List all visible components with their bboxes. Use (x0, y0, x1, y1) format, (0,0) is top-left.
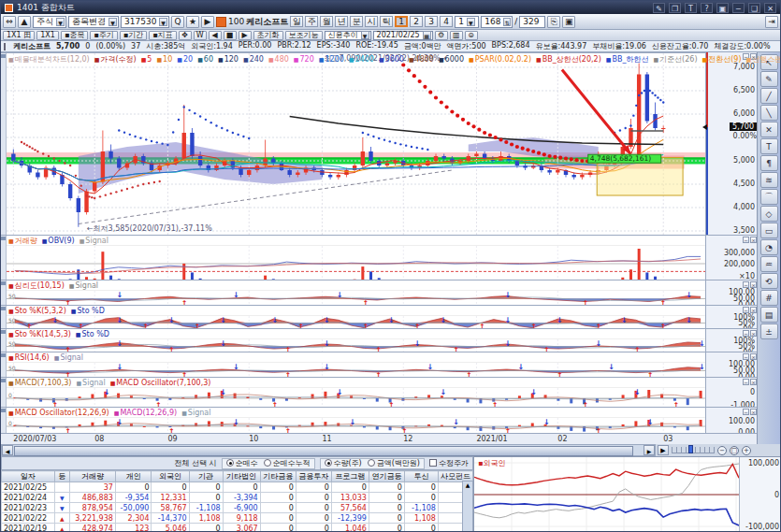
dock-icon[interactable]: ⇔ (3, 16, 16, 28)
chart-tool-8[interactable]: ≋ (760, 172, 778, 188)
radio-netbuy-cum[interactable]: 순매수누적 (264, 458, 311, 468)
layout-1x1-button[interactable]: 1X1 田 (3, 31, 35, 40)
radio-netbuy[interactable]: 순매수 (226, 458, 258, 468)
col-header[interactable]: 기관 (189, 471, 223, 482)
chart-tool-3[interactable]: ╱ (760, 88, 778, 104)
sto14-plot[interactable]: 50↑↑↑↑↑↑↑↓↓↓↓↓↓↓ (7, 338, 705, 352)
period-week-button[interactable]: 주 (305, 16, 318, 27)
panel-window-buttons[interactable]: ─× (743, 409, 757, 415)
indicator-panel-macd12[interactable]: ■MACD Oscillator(12,26,9)■MACD(12,26,9)■… (1, 407, 759, 433)
zoom-out-icon[interactable]: − (717, 446, 727, 455)
col-header[interactable]: 개인 (115, 471, 152, 482)
candlestick-chart[interactable]: 최고7,090(2021/02/22),24.39%→←최저3,585(2020… (7, 53, 705, 236)
scroll-more-icon[interactable]: ▶ (658, 445, 669, 455)
chart-tool-17[interactable]: ± (760, 324, 778, 339)
chart-tool-5[interactable]: ✕ (760, 122, 778, 137)
chart-tool-7[interactable]: ¶ (760, 155, 778, 171)
foreign-investor-panel[interactable]: ▪외국인 100,0000-100,000 (473, 456, 781, 532)
main-chart-panel[interactable]: 최고7,090(2021/02/22),24.39%→←최저3,585(2020… (1, 52, 759, 235)
panel-window-buttons[interactable]: ─× (743, 353, 757, 360)
period-tick-button[interactable]: 틱 (380, 16, 393, 27)
rsi-axis[interactable]: ─×100.0050.000.00 (705, 352, 759, 378)
symbol-code-input[interactable]: 317530▼ (121, 16, 169, 28)
toggle-indicator-button[interactable]: ▪지표 (149, 31, 176, 40)
sto5-axis[interactable]: ─×100%50%0% (705, 306, 759, 329)
scrollbar-thumb[interactable] (14, 446, 633, 456)
panel-icon[interactable]: ▣ (716, 3, 729, 13)
psych-axis[interactable]: ─×100.0050.000.00 (705, 280, 759, 306)
table-row[interactable]: 2021/02/22▲3,221,9382,304-14,3701,1089,1… (2, 513, 473, 524)
psych-plot[interactable]: 50↑↑↑↑↑↓↓↓↓↓ (7, 290, 705, 306)
price-axis[interactable]: ─×7,0006,5006,0005,0004,5004,0003,5005,7… (705, 52, 759, 235)
link-icon[interactable]: ⎘ (547, 16, 560, 28)
pan-icon[interactable]: ✥ (179, 31, 192, 40)
interval-4-button[interactable]: 4 (440, 16, 453, 27)
market-select[interactable]: 주식▼ (33, 16, 66, 28)
macd12-axis[interactable]: ─×100.000.00 (705, 408, 759, 434)
chart-tool-11[interactable]: ▭ (760, 223, 778, 238)
step-forward-button[interactable]: ▶ (239, 31, 252, 40)
zoom-in-icon[interactable]: + (742, 446, 751, 455)
period-day-button[interactable]: 일 (290, 16, 303, 27)
aux-function-button[interactable]: 보조기능 (285, 31, 323, 40)
chart-tool-6[interactable]: T (760, 138, 778, 154)
table-scrollbar[interactable]: ▲ (462, 481, 473, 532)
symbol-change-select[interactable]: 종목변경▼ (68, 16, 119, 28)
reset-button[interactable]: 초기화 (253, 31, 283, 40)
macd7-axis[interactable]: ─×0-1,000 (705, 378, 759, 408)
foreign-line-chart[interactable] (474, 457, 739, 532)
chart-tool-2[interactable]: ✎ (760, 71, 778, 87)
radio-quantity[interactable]: 수량(주) (325, 458, 362, 468)
interval-2-button[interactable]: 2 (410, 16, 423, 27)
date-picker[interactable]: 2021/02/25▦ (373, 31, 433, 40)
col-header[interactable]: 기타법인 (223, 471, 260, 482)
chart-style-icon[interactable]: ▥ (450, 31, 463, 40)
chart-tool-13[interactable]: ♒ (760, 256, 778, 272)
investor-flow-table[interactable]: 일자등거래량개인외국인기관기타법인기타금융금융투자프로그램연기금등투신사모펀드2… (1, 470, 473, 532)
rsi-plot[interactable]: 50↑↑↑↑↑↑↑↓↓↓↓↓↓↓ (7, 362, 705, 378)
chart-tool-16[interactable]: ▤ (760, 307, 778, 323)
volume-axis[interactable]: ─×300,000200,000×10 (705, 236, 759, 280)
main-plot[interactable]: 최고7,090(2021/02/22),24.39%→←최저3,585(2020… (7, 53, 705, 236)
stop-button[interactable]: ■ (224, 31, 237, 40)
maximize-button[interactable]: ❏ (748, 3, 760, 13)
scroll-left-icon[interactable]: ◀ (2, 445, 13, 455)
table-row[interactable]: 2021/02/24▼486,883-9,35412,3310-3,394001… (2, 493, 473, 503)
indicator-panel-macd7[interactable]: ■MACD(7,100,3)■Signal■MACD Oscillator(7,… (1, 377, 759, 407)
volume-plot[interactable] (7, 245, 705, 280)
magnify-icon[interactable]: ⊜ (465, 31, 478, 40)
col-header[interactable]: 연기금등 (369, 471, 404, 482)
table-row[interactable]: 2021/02/23▼878,954-50,09058,767-1,108-6,… (2, 503, 473, 513)
period-month-button[interactable]: 월 (320, 16, 333, 27)
close-button[interactable]: ✕ (764, 3, 776, 13)
step-back-button[interactable]: ◀ (209, 31, 222, 40)
scroll-right-icon[interactable]: ▶ (644, 445, 655, 455)
chart-tool-10[interactable]: ◇ (760, 206, 778, 222)
col-header[interactable]: 일자 (2, 471, 55, 482)
pin-icon[interactable]: ✎ (653, 3, 665, 13)
next-symbol-icon[interactable]: ▶ (201, 16, 214, 28)
macd12-plot[interactable]: 0↑↑↑↑↑↑↓↓↓↓↓↓ (7, 417, 705, 434)
col-header[interactable]: 프로그램 (331, 471, 369, 482)
slider-knob[interactable] (688, 445, 693, 453)
col-header[interactable]: 거래량 (70, 471, 116, 482)
col-header[interactable]: 등 (54, 471, 69, 482)
save-icon[interactable]: ▣ (562, 16, 575, 28)
info-checkbox[interactable] (4, 43, 6, 50)
expand-toolbar-icon[interactable]: ⇥ (765, 16, 778, 28)
bar-count-spinner[interactable]: 168⇅ (481, 16, 513, 28)
period-year-button[interactable]: 년 (335, 16, 348, 27)
interval-3-button[interactable]: 3 (425, 16, 438, 27)
favorite-icon[interactable]: ★ (186, 16, 199, 28)
toggle-range-button[interactable]: ▪기간 (120, 31, 147, 40)
search-icon[interactable]: Q (171, 16, 184, 28)
macd7-plot[interactable]: 0↑↑↑↑↑↑↑↓↓↓↓↓↓ (7, 387, 705, 408)
period-minute-button[interactable]: 분 (350, 16, 363, 27)
layout-icon[interactable]: ❐ (669, 3, 681, 13)
col-header[interactable]: 외국인 (152, 471, 189, 482)
w-tool-icon[interactable]: W (194, 31, 207, 40)
panel-window-buttons[interactable]: ─× (743, 237, 757, 243)
chart-area[interactable]: 최고7,090(2021/02/22),24.39%→←최저3,585(2020… (1, 52, 759, 456)
bar-width-slider[interactable] (672, 447, 715, 453)
indicator-panel-sto5[interactable]: ■Sto %K(5,3,2)■Sto %D50↑↑↑↑↑↑↑↑↑↑↑↓↓↓↓↓↓… (1, 305, 759, 328)
